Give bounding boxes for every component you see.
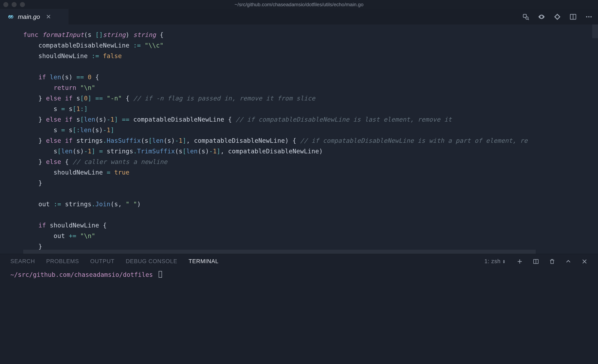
panel-tab-output[interactable]: OUTPUT: [90, 258, 115, 265]
close-tab-button[interactable]: ✕: [46, 13, 51, 20]
svg-point-3: [11, 16, 12, 17]
panel-tab-search[interactable]: SEARCH: [10, 258, 35, 265]
minimap[interactable]: [592, 24, 598, 254]
editor-tab-bar: main.go ✕: [0, 9, 598, 24]
terminal-selector-label: 1: zsh: [484, 258, 501, 265]
find-references-icon[interactable]: [522, 13, 530, 21]
svg-point-7: [586, 16, 587, 17]
preview-icon[interactable]: [537, 13, 546, 21]
close-window-button[interactable]: [3, 2, 8, 7]
dropdown-caret-icon: ▴▾: [503, 259, 505, 264]
maximize-panel-icon[interactable]: [565, 258, 572, 265]
titlebar[interactable]: ~/src/github.com/chaseadamsio/dotfiles/u…: [0, 0, 598, 9]
terminal-view[interactable]: ~/src/github.com/chaseadamsio/dotfiles: [0, 269, 598, 364]
split-editor-icon[interactable]: [569, 13, 577, 21]
panel-tab-bar: SEARCH PROBLEMS OUTPUT DEBUG CONSOLE TER…: [0, 254, 598, 269]
close-panel-icon[interactable]: [581, 258, 588, 265]
terminal-cursor: [159, 271, 162, 278]
code-content[interactable]: func formatInput(s []string) string { co…: [0, 24, 598, 254]
new-terminal-icon[interactable]: [516, 258, 523, 265]
panel-tab-debugconsole[interactable]: DEBUG CONSOLE: [126, 258, 178, 265]
editor-actions: [522, 9, 593, 24]
svg-point-2: [9, 16, 10, 17]
split-terminal-icon[interactable]: [532, 258, 540, 265]
kill-terminal-icon[interactable]: [548, 258, 556, 265]
window-controls: [3, 2, 25, 7]
svg-point-9: [590, 16, 592, 17]
editor-window: ~/src/github.com/chaseadamsio/dotfiles/u…: [0, 0, 598, 364]
window-title: ~/src/github.com/chaseadamsio/dotfiles/u…: [0, 2, 598, 8]
terminal-cwd: ~/src/github.com/chaseadamsio/dotfiles: [10, 271, 153, 278]
panel-tab-problems[interactable]: PROBLEMS: [46, 258, 79, 265]
editor-tab-label: main.go: [18, 13, 40, 20]
zoom-window-button[interactable]: [20, 2, 25, 7]
editor-tab[interactable]: main.go ✕: [0, 9, 68, 24]
panel-actions: 1: zsh ▴▾: [484, 254, 588, 269]
code-editor[interactable]: func formatInput(s []string) string { co…: [0, 24, 598, 254]
svg-point-8: [588, 16, 590, 17]
more-actions-icon[interactable]: [585, 13, 593, 21]
terminal-selector[interactable]: 1: zsh ▴▾: [484, 258, 505, 265]
bottom-panel: SEARCH PROBLEMS OUTPUT DEBUG CONSOLE TER…: [0, 254, 598, 364]
go-file-icon: [8, 14, 14, 20]
minimize-window-button[interactable]: [12, 2, 17, 7]
svg-point-5: [526, 17, 528, 19]
horizontal-scrollbar[interactable]: [23, 250, 536, 254]
panel-tab-terminal[interactable]: TERMINAL: [189, 258, 219, 265]
source-control-diff-icon[interactable]: [553, 13, 561, 21]
